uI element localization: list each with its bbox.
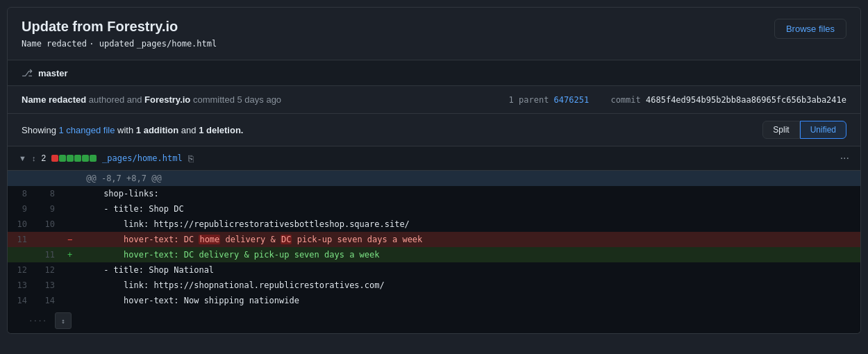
diff-view-toggle: Split Unified [762, 121, 846, 139]
commit-title: Update from Forestry.io [22, 19, 217, 35]
deletions-count: 1 deletion. [199, 125, 243, 135]
commit-label: commit [610, 95, 640, 105]
collapse-button[interactable]: ▼ [19, 154, 26, 162]
file-stats-text: Showing 1 changed file with 1 addition a… [22, 125, 243, 135]
subtitle-file: _pages/home.html [137, 39, 217, 49]
diff-row: 14 14 hover-text: Now shipping nationwid… [8, 293, 860, 308]
expand-row: ···· ↕ [8, 308, 860, 333]
diff-table: @@ -8,7 +8,7 @@ 8 8 shop-links: 9 9 - ti… [8, 171, 860, 333]
expand-icon: ↕ [32, 154, 36, 162]
diff-row: 12 12 - title: Shop National [8, 262, 860, 278]
file-header-right[interactable]: ··· [840, 152, 849, 165]
copy-filename-button[interactable]: ⎘ [188, 153, 194, 164]
diff-container: ▼ ↕ 2 _pages/home.html ⎘ ··· @@ -8,7 +8,… [7, 146, 861, 334]
diff-block-del [51, 155, 58, 162]
commit-header: Update from Forestry.io Name redacted · … [7, 7, 861, 60]
parent-hash: 6476251 [554, 95, 590, 105]
diff-block-n2 [74, 155, 81, 162]
author-redacted: Name redacted [22, 39, 87, 49]
commit-authors: Name redacted authored and Forestry.io c… [22, 94, 281, 105]
diff-block-n4 [90, 155, 97, 162]
diff-row-add: 11 + hover-text: DC delivery & pick-up s… [8, 247, 860, 262]
diff-row: 9 9 - title: Shop DC [8, 201, 860, 217]
commit-hash-info: 1 parent 6476251 commit 4685f4ed954b95b2… [509, 95, 846, 105]
branch-bar: ⎇ master [7, 60, 861, 86]
diff-row: 8 8 shop-links: [8, 186, 860, 201]
parent-label: 1 parent [509, 95, 549, 105]
additions-count: 1 addition [136, 125, 178, 135]
diff-row: 13 13 link: https://shopnational.republi… [8, 278, 860, 293]
file-stats-bar: Showing 1 changed file with 1 addition a… [7, 114, 861, 146]
file-header: ▼ ↕ 2 _pages/home.html ⎘ ··· [8, 146, 860, 171]
split-view-button[interactable]: Split [762, 121, 799, 139]
diff-block-n1 [67, 155, 74, 162]
diff-blocks [51, 155, 97, 162]
changed-files-link[interactable]: 1 changed file [59, 125, 115, 135]
subtitle-action: updated [99, 39, 135, 49]
hunk-header-row: @@ -8,7 +8,7 @@ [8, 171, 860, 186]
branch-name: master [38, 68, 68, 78]
file-change-count: 2 [41, 153, 46, 163]
del-highlight-dc: DC [281, 235, 292, 244]
branch-icon: ⎇ [22, 67, 33, 78]
expand-down-button[interactable]: ↕ [55, 312, 72, 329]
diff-block-add [59, 155, 66, 162]
author-name: Name redacted [22, 94, 86, 105]
diff-row: 10 10 link: https://republicrestoratives… [8, 217, 860, 232]
expand-dots: ···· [28, 317, 47, 326]
unified-view-button[interactable]: Unified [800, 121, 846, 139]
commit-full-hash: 4685f4ed954b95b2bb8aa86965fc656b3aba241e [646, 95, 846, 105]
file-header-left: ▼ ↕ 2 _pages/home.html ⎘ [19, 153, 835, 164]
commit-info: Update from Forestry.io Name redacted · … [22, 19, 217, 49]
committer-name: Forestry.io [144, 94, 190, 105]
diff-row-del: 11 − hover-text: DC home delivery & DC p… [8, 232, 860, 247]
file-name: _pages/home.html [102, 153, 183, 163]
commit-time: 5 days ago [237, 94, 282, 105]
browse-files-button[interactable]: Browse files [774, 19, 846, 39]
diff-block-n3 [82, 155, 89, 162]
commit-meta: Name redacted authored and Forestry.io c… [7, 86, 861, 114]
del-highlight-home: home [199, 235, 220, 244]
commit-subtitle: Name redacted · updated _pages/home.html [22, 39, 217, 49]
